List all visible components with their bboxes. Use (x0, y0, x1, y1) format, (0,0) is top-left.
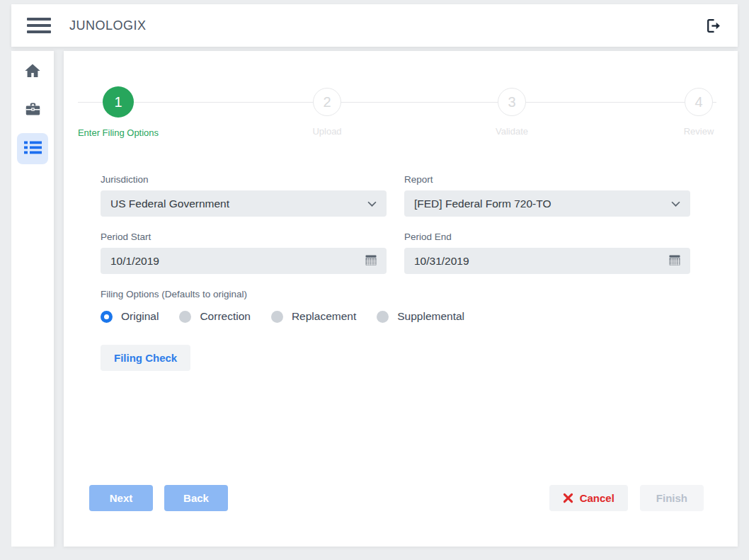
hamburger-icon[interactable] (27, 18, 51, 33)
step-validate[interactable]: 3 Validate (441, 65, 583, 137)
sidebar-item-filings[interactable] (17, 133, 48, 164)
step-circle: 2 (313, 88, 341, 116)
step-upload[interactable]: 2 Upload (256, 65, 398, 137)
radio-supplemental[interactable]: Supplemental (377, 310, 464, 323)
step-review[interactable]: 4 Review (628, 65, 749, 137)
report-select[interactable]: [FED] Federal Form 720-TO (404, 190, 690, 217)
step-circle: 4 (685, 88, 713, 116)
app-title: JUNOLOGIX (69, 18, 147, 33)
radio-button (179, 311, 191, 323)
period-end-value: 10/31/2019 (414, 255, 469, 268)
home-icon (24, 62, 41, 82)
finish-button[interactable]: Finish (640, 485, 704, 511)
footer-actions: Next Back Cancel Finish (64, 485, 738, 511)
radio-original[interactable]: Original (101, 310, 159, 323)
filing-options-form: Jurisdiction US Federal Government Repor… (64, 156, 738, 371)
chevron-down-icon (367, 198, 377, 210)
sidebar-item-home[interactable] (17, 57, 48, 88)
jurisdiction-value: US Federal Government (110, 198, 229, 210)
jurisdiction-select[interactable]: US Federal Government (101, 190, 387, 217)
cancel-label: Cancel (580, 492, 614, 504)
chevron-down-icon (671, 198, 680, 210)
next-button[interactable]: Next (89, 485, 153, 511)
sidebar-item-workspace[interactable] (17, 95, 48, 126)
calendar-icon[interactable] (365, 254, 377, 268)
period-start-value: 10/1/2019 (110, 255, 159, 268)
briefcase-icon (25, 101, 41, 120)
list-icon (23, 139, 42, 159)
report-label: Report (404, 174, 690, 185)
calendar-icon[interactable] (669, 254, 680, 268)
period-end-label: Period End (404, 232, 690, 242)
topbar: JUNOLOGIX (11, 4, 738, 47)
filing-options-label: Filing Options (Defaults to original) (101, 289, 690, 299)
sign-out-icon[interactable] (704, 17, 722, 35)
period-end-input[interactable]: 10/31/2019 (404, 248, 690, 274)
step-enter-filing-options[interactable]: 1 Enter Filing Options (47, 65, 189, 138)
radio-correction[interactable]: Correction (179, 310, 251, 323)
radio-button (271, 311, 283, 323)
filing-options-radio-group: Original Correction Replacement Suppleme… (101, 310, 690, 323)
filing-check-button[interactable]: Filing Check (101, 345, 190, 371)
step-label: Validate (441, 126, 583, 137)
period-start-label: Period Start (101, 232, 387, 242)
content-card: 1 Enter Filing Options 2 Upload 3 Valida… (64, 51, 738, 547)
cancel-button[interactable]: Cancel (549, 485, 628, 511)
step-label: Review (628, 126, 749, 137)
radio-replacement[interactable]: Replacement (271, 310, 356, 323)
period-start-input[interactable]: 10/1/2019 (101, 248, 387, 274)
step-label: Upload (256, 126, 398, 137)
step-circle: 1 (103, 86, 134, 118)
page: JUNOLOGIX (0, 0, 749, 560)
radio-button-selected (101, 311, 113, 323)
step-label: Enter Filing Options (47, 127, 189, 138)
filing-stepper: 1 Enter Filing Options 2 Upload 3 Valida… (64, 65, 738, 156)
back-button[interactable]: Back (164, 485, 228, 511)
report-value: [FED] Federal Form 720-TO (414, 198, 551, 210)
radio-button (377, 311, 389, 323)
jurisdiction-label: Jurisdiction (101, 174, 387, 185)
x-icon (563, 493, 573, 503)
step-circle: 3 (498, 88, 526, 116)
